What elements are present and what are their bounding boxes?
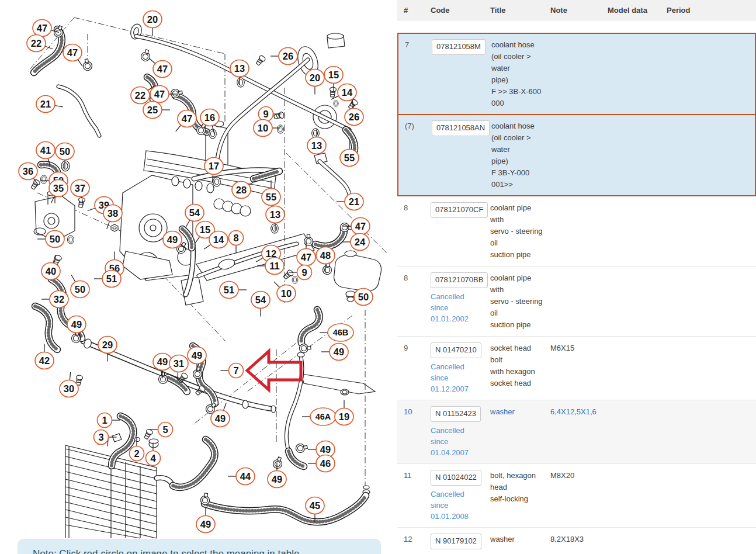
svg-text:31: 31: [174, 358, 184, 369]
svg-text:13: 13: [234, 63, 245, 74]
row-number: (7): [398, 120, 425, 191]
svg-text:10: 10: [258, 123, 268, 133]
part-code[interactable]: 078121070BB: [431, 272, 488, 288]
part-period: [660, 534, 756, 554]
header-spacer: [397, 20, 756, 33]
part-code[interactable]: 078121058M: [432, 39, 485, 55]
callout-layer: 4722472047224725471626132015142691013552…: [19, 11, 373, 533]
svg-text:19: 19: [339, 411, 349, 422]
svg-text:5: 5: [162, 424, 168, 435]
cancelled-link[interactable]: Cancelled since 01.12.2007: [431, 361, 484, 394]
svg-text:49: 49: [334, 347, 344, 357]
svg-text:21: 21: [40, 99, 51, 109]
col-header-code: Code: [424, 6, 484, 15]
svg-text:47: 47: [355, 221, 366, 231]
table-row[interactable]: 8 078121070BB Cancelled since 01.01.2002…: [397, 266, 756, 337]
svg-text:49: 49: [272, 474, 282, 484]
row-code-cell: 078121058AN: [425, 120, 485, 191]
part-model-data: [601, 272, 660, 331]
part-model-data: [602, 120, 661, 191]
cancelled-link[interactable]: Cancelled since 01.01.2002: [431, 291, 484, 324]
row-number: 9: [397, 342, 424, 394]
svg-text:13: 13: [270, 209, 280, 220]
part-note: M8X20: [544, 470, 601, 522]
svg-text:49: 49: [71, 319, 82, 330]
svg-text:46B: 46B: [333, 328, 349, 337]
part-code[interactable]: 078121070CF: [431, 202, 488, 218]
svg-text:7: 7: [233, 365, 238, 376]
part-note: 6,4X12,5X1,6: [544, 406, 601, 458]
table-row[interactable]: 8 078121070CF coolant pipe with servo - …: [397, 196, 756, 266]
part-code[interactable]: N 90179102: [431, 534, 481, 549]
svg-text:48: 48: [320, 250, 331, 261]
part-period: [660, 470, 756, 522]
svg-text:35: 35: [53, 183, 64, 193]
part-note: [544, 202, 601, 261]
svg-text:49: 49: [192, 350, 202, 361]
part-code[interactable]: 078121058AN: [432, 120, 490, 136]
svg-text:32: 32: [54, 294, 64, 304]
svg-text:55: 55: [266, 192, 276, 202]
svg-text:50: 50: [358, 292, 369, 302]
row-number: 12: [397, 534, 424, 554]
cancelled-link[interactable]: Cancelled since 01.01.2008: [431, 489, 484, 522]
svg-text:14: 14: [213, 234, 224, 245]
part-model-data: [601, 202, 660, 261]
svg-text:15: 15: [200, 224, 210, 235]
svg-text:8: 8: [233, 233, 238, 243]
diagram-note-text: Note: Click red circle on image to selec…: [33, 548, 299, 554]
part-title: coolant pipe with servo - steering oil s…: [484, 202, 544, 261]
part-title: washer: [484, 534, 544, 554]
svg-text:42: 42: [39, 355, 50, 366]
col-header-title: Title: [484, 6, 544, 15]
table-row[interactable]: 12 N 90179102 Cancelled since 01.03.2009…: [397, 528, 756, 554]
svg-text:50: 50: [50, 234, 60, 244]
svg-text:55: 55: [344, 153, 355, 163]
cancelled-link[interactable]: Cancelled since 01.04.2007: [431, 425, 484, 458]
svg-text:29: 29: [102, 340, 113, 350]
svg-text:30: 30: [64, 383, 74, 394]
parts-table-body: 7 078121058M coolant hose (oil cooler > …: [397, 33, 756, 554]
part-model-data: [601, 534, 660, 554]
part-code[interactable]: N 01152423: [431, 406, 481, 422]
svg-text:46A: 46A: [315, 412, 331, 421]
svg-text:28: 28: [236, 185, 247, 195]
part-title: coolant pipe with servo - steering oil s…: [484, 272, 544, 331]
svg-text:47: 47: [182, 113, 192, 124]
row-number: 11: [397, 470, 424, 522]
table-row[interactable]: 11 N 01024022 Cancelled since 01.01.2008…: [397, 464, 756, 528]
svg-text:3: 3: [98, 432, 103, 442]
part-period: [660, 406, 756, 458]
svg-text:41: 41: [40, 145, 51, 155]
part-code[interactable]: N 01024022: [431, 470, 481, 486]
part-note: [545, 120, 602, 191]
svg-text:49: 49: [215, 413, 226, 424]
svg-text:47: 47: [37, 23, 47, 33]
svg-text:38: 38: [107, 208, 118, 219]
table-row[interactable]: 10 N 01152423 Cancelled since 01.04.2007…: [397, 400, 756, 464]
parts-catalog-page: { "diagram": { "note": "Note: Click red …: [0, 0, 756, 554]
svg-text:40: 40: [46, 266, 56, 276]
row-code-cell: 078121070CF: [424, 202, 484, 261]
part-model-data: [601, 470, 660, 522]
col-header-model-data: Model data: [601, 6, 660, 15]
svg-text:51: 51: [224, 285, 234, 295]
part-code[interactable]: N 01470210: [431, 342, 481, 358]
svg-text:54: 54: [189, 207, 200, 218]
part-title: socket head bolt with hexagon socket hea…: [484, 342, 544, 394]
part-title: bolt, hexagon head self-locking: [484, 470, 544, 522]
row-code-cell: N 90179102 Cancelled since 01.03.2009: [424, 534, 484, 554]
svg-text:47: 47: [154, 89, 165, 99]
svg-text:10: 10: [281, 288, 292, 299]
table-row[interactable]: 9 N 01470210 Cancelled since 01.12.2007 …: [397, 337, 756, 400]
row-code-cell: 078121070BB Cancelled since 01.01.2002: [424, 272, 484, 331]
svg-text:49: 49: [320, 444, 331, 455]
svg-text:50: 50: [75, 284, 85, 295]
svg-text:45: 45: [310, 500, 320, 511]
svg-text:22: 22: [31, 38, 41, 49]
part-model-data: [602, 39, 661, 109]
table-row[interactable]: (7) 078121058AN coolant hose (oil cooler…: [397, 114, 756, 196]
parts-table-header: # Code Title Note Model data Period: [397, 0, 756, 20]
table-row[interactable]: 7 078121058M coolant hose (oil cooler > …: [397, 33, 756, 115]
diagram-note: Note: Click red circle on image to selec…: [18, 539, 381, 554]
